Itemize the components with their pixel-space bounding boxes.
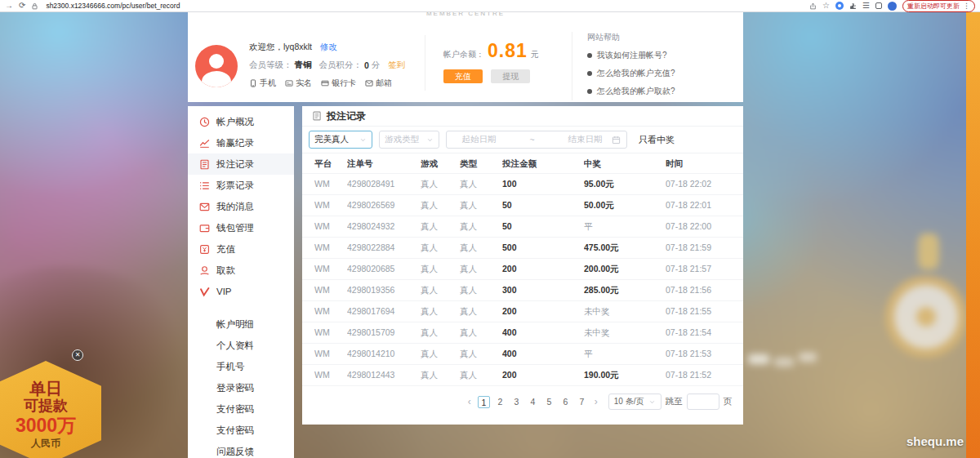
sidebar-item-充值[interactable]: 充值 (188, 238, 294, 260)
only-win-toggle[interactable]: 只看中奖 (639, 134, 675, 146)
page-button-4[interactable]: 4 (527, 396, 539, 408)
sidebar-item-取款[interactable]: 取款 (188, 260, 294, 281)
bankcard-icon (321, 79, 329, 87)
sidebar-link-帐户明细[interactable]: 帐户明细 (188, 313, 294, 335)
verify-银行卡[interactable]: 银行卡 (321, 78, 356, 89)
share-icon[interactable] (809, 2, 817, 10)
next-page-icon[interactable]: › (592, 396, 600, 407)
star-icon[interactable]: ☆ (822, 2, 830, 10)
sidebar-item-我的消息[interactable]: 我的消息 (188, 196, 294, 217)
modify-link[interactable]: 修改 (320, 42, 337, 53)
roulette-hub (916, 307, 936, 327)
table-row: WM4298019356真人真人300285.00元07-18 21:56 (302, 280, 743, 301)
profile-box-icon[interactable] (875, 2, 882, 9)
calendar-icon (612, 136, 621, 145)
mail-icon (199, 202, 210, 212)
jump-page-input[interactable] (687, 394, 719, 410)
table-header-row: 平台注单号游戏类型投注金额中奖时间 (302, 153, 743, 174)
help-item[interactable]: 怎么给我的帐户充值? (587, 68, 735, 79)
reload-icon[interactable]: ⟳ (19, 2, 25, 10)
welcome-text: 欢迎您，lyq8xklt (249, 42, 312, 53)
withdraw-button[interactable]: 提现 (491, 69, 530, 83)
table-body: WM4298028491真人真人10095.00元07-18 22:02WM42… (302, 174, 743, 386)
sidebar-link-个人资料[interactable]: 个人资料 (188, 335, 294, 356)
email-icon (365, 79, 373, 87)
date-range-input[interactable]: 起始日期 ~ 结束日期 (446, 131, 627, 149)
recharge-icon (199, 244, 210, 255)
url-text[interactable]: sh2300.x12346666.com/pc/user/bet_record (46, 2, 180, 10)
sidebar-link-登录密码[interactable]: 登录密码 (188, 377, 294, 398)
close-icon[interactable]: ✕ (72, 349, 83, 361)
extension-blue-icon[interactable] (835, 2, 844, 10)
sidebar: 帐户概况输赢纪录投注记录彩票记录我的消息钱包管理充值取款VIP 帐户明细个人资料… (188, 106, 294, 458)
date-separator: ~ (506, 135, 559, 145)
table-row: WM4298012443真人真人200190.00元07-18 21:52 (302, 365, 743, 386)
jump-unit: 页 (724, 396, 733, 407)
table-row: WM4298026569真人真人5050.00元07-18 22:01 (302, 195, 743, 216)
realname-icon (285, 79, 293, 87)
chevron-down-icon (426, 136, 434, 144)
member-centre-label: MEMBER CENTRE (188, 12, 743, 17)
help-item[interactable]: 我该如何注册帐号? (587, 50, 735, 61)
bullet-icon (587, 89, 592, 94)
page-size-select[interactable]: 10 条/页 (608, 394, 662, 410)
forward-icon[interactable]: → (5, 2, 13, 10)
help-title: 网站帮助 (587, 32, 735, 43)
promo-line4: 人民币 (31, 438, 60, 451)
page-button-7[interactable]: 7 (576, 396, 588, 408)
help-item[interactable]: 怎么给我的帐户取款? (587, 86, 735, 97)
bet-table: 平台注单号游戏类型投注金额中奖时间 WM4298028491真人真人10095.… (302, 153, 743, 386)
reading-list-icon[interactable]: ☰ (862, 2, 870, 10)
prev-page-icon[interactable]: ‹ (466, 396, 474, 407)
table-row: WM4298024932真人真人50平07-18 22:00 (302, 216, 743, 238)
platform-select[interactable]: 完美真人 (309, 131, 372, 149)
sidebar-item-VIP[interactable]: VIP (188, 281, 294, 302)
chevron-down-icon (648, 398, 656, 406)
game-type-select[interactable]: 游戏类型 (379, 131, 439, 149)
column-header: 投注金额 (502, 153, 584, 173)
signin-link[interactable]: 签到 (388, 60, 405, 71)
page-button-1[interactable]: 1 (478, 396, 490, 408)
column-header: 中奖 (584, 153, 666, 173)
sidebar-link-支付密码[interactable]: 支付密码 (188, 420, 294, 441)
date-end-placeholder: 结束日期 (559, 134, 612, 145)
chevron-down-icon (359, 136, 367, 144)
sidebar-item-输赢纪录[interactable]: 输赢纪录 (188, 132, 294, 153)
bet-record-panel: 投注记录 完美真人 游戏类型 起始日期 ~ 结束日期 只看中奖 平台注单号游戏类… (302, 106, 743, 425)
sidebar-item-投注记录[interactable]: 投注记录 (188, 153, 294, 175)
help-list: 我该如何注册帐号?怎么给我的帐户充值?怎么给我的帐户取款? (587, 50, 735, 97)
sidebar-item-帐户概况[interactable]: 帐户概况 (188, 111, 294, 132)
column-header: 类型 (460, 153, 502, 173)
sidebar-links: 帐户明细个人资料手机号登录密码支付密码支付密码问题反馈 (188, 313, 294, 458)
verify-邮箱[interactable]: 邮箱 (365, 78, 392, 89)
extension-puzzle-icon[interactable] (849, 2, 857, 10)
recharge-button[interactable]: 充值 (443, 69, 483, 83)
relaunch-update-button[interactable]: 重新启动即可更新 ⋮ (902, 0, 975, 12)
promo-line3: 3000万 (16, 415, 76, 438)
points-value: 0 (364, 60, 369, 70)
page-button-5[interactable]: 5 (543, 396, 555, 408)
table-row: WM4298015709真人真人400未中奖07-18 21:54 (302, 322, 743, 344)
menu-dots-icon[interactable]: ⋮ (963, 2, 970, 10)
sidebar-link-手机号[interactable]: 手机号 (188, 356, 294, 377)
casino-chip (748, 354, 769, 364)
sidebar-link-支付密码[interactable]: 支付密码 (188, 398, 294, 420)
jump-label: 跳至 (666, 396, 683, 407)
document-icon (312, 111, 322, 121)
table-row: WM4298028491真人真人10095.00元07-18 22:02 (302, 174, 743, 195)
user-panel: MEMBER CENTRE 欢迎您，lyq8xklt 修改 会员等级： 青铜 会… (188, 12, 743, 102)
withdraw-icon (199, 265, 210, 276)
casino-chip (799, 353, 817, 362)
promo-line2: 可提款 (24, 398, 68, 416)
sidebar-item-彩票记录[interactable]: 彩票记录 (188, 175, 294, 196)
verify-手机[interactable]: 手机 (249, 78, 276, 89)
page-button-2[interactable]: 2 (494, 396, 506, 408)
page-button-6[interactable]: 6 (559, 396, 572, 408)
page-button-3[interactable]: 3 (510, 396, 523, 408)
sidebar-link-问题反馈[interactable]: 问题反馈 (188, 441, 294, 458)
avatar-blue-icon[interactable] (888, 2, 897, 11)
browser-window: → ⟳ sh2300.x12346666.com/pc/user/bet_rec… (0, 0, 980, 458)
sidebar-item-钱包管理[interactable]: 钱包管理 (188, 217, 294, 238)
verify-实名[interactable]: 实名 (285, 78, 312, 89)
document-icon (199, 159, 210, 170)
